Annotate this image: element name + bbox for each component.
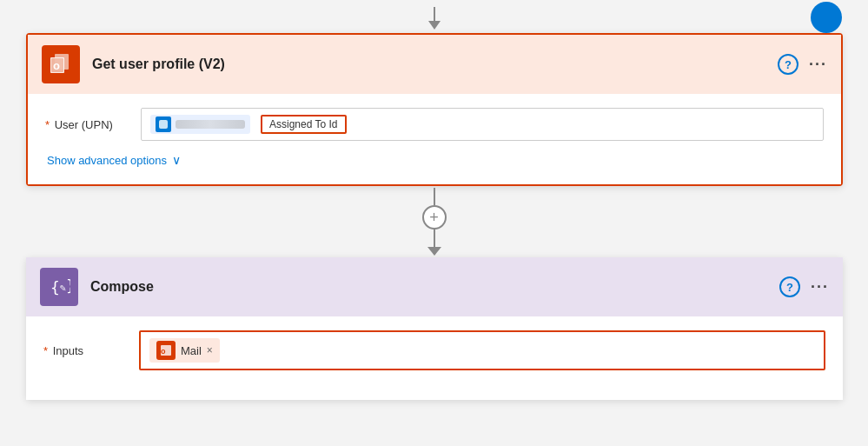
compose-card: {✎} Compose ? ··· * Inputs <box>26 257 843 400</box>
upn-field-row: * User (UPN) <box>45 108 824 141</box>
top-blue-circle <box>811 2 842 33</box>
office365-icon: o <box>49 52 73 77</box>
mail-token-remove-button[interactable]: × <box>207 344 213 356</box>
inputs-label: * Inputs <box>43 344 139 357</box>
card1-actions: ? ··· <box>778 54 827 75</box>
card1-header: o Get user profile (V2) ? ··· <box>28 35 841 94</box>
svg-marker-1 <box>428 21 441 30</box>
card2-more-button[interactable]: ··· <box>811 278 829 296</box>
mail-token: o Mail × <box>149 338 220 363</box>
user-token-chip <box>150 115 250 134</box>
card2-body: * Inputs o Mail × <box>26 316 843 400</box>
upn-label: * User (UPN) <box>45 118 141 131</box>
get-user-profile-card: o Get user profile (V2) ? ··· * User (UP… <box>26 33 843 186</box>
card1-body: * User (UPN) <box>28 94 841 184</box>
card2-header: {✎} Compose ? ··· <box>26 257 843 316</box>
add-step-button[interactable]: + <box>422 205 447 230</box>
show-advanced-options[interactable]: Show advanced options ∨ <box>45 153 824 167</box>
compose-icon: {✎} <box>48 276 70 298</box>
user-token-icon <box>156 116 171 132</box>
card2-icon-box: {✎} <box>40 268 78 306</box>
card1-title: Get user profile (V2) <box>92 57 778 72</box>
card2-help-button[interactable]: ? <box>779 276 800 297</box>
connector-line-bottom <box>434 230 435 247</box>
card2-actions: ? ··· <box>779 276 829 297</box>
inputs-input[interactable]: o Mail × <box>139 330 825 370</box>
connector-line-top <box>434 188 435 205</box>
card1-more-button[interactable]: ··· <box>809 56 827 74</box>
connector-arrow <box>427 247 441 256</box>
svg-text:{✎}: {✎} <box>50 276 70 296</box>
mail-token-icon: o <box>156 341 176 360</box>
inputs-field-row: * Inputs o Mail × <box>43 330 825 370</box>
connector-1: + <box>26 188 842 256</box>
upn-input[interactable]: Assigned To Id <box>141 108 824 141</box>
card1-help-button[interactable]: ? <box>778 54 798 75</box>
card1-icon-box: o <box>42 45 80 83</box>
chevron-down-icon: ∨ <box>172 153 181 167</box>
card2-title: Compose <box>90 279 779 295</box>
top-arrow <box>425 7 444 31</box>
assigned-to-id-badge: Assigned To Id <box>261 115 347 134</box>
blurred-username <box>176 120 245 129</box>
svg-text:o: o <box>53 59 60 72</box>
svg-text:o: o <box>161 347 166 356</box>
svg-rect-6 <box>159 120 168 129</box>
